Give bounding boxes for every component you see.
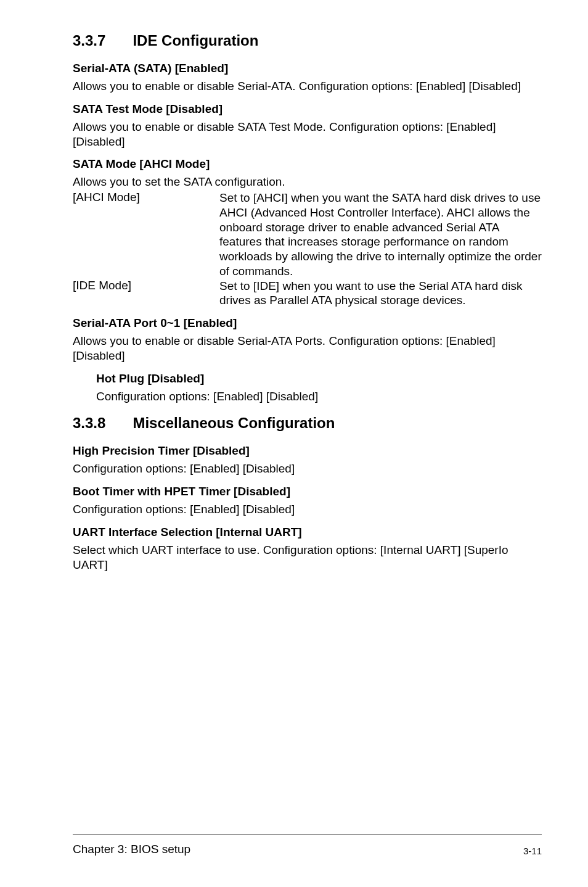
mode-term-ide: [IDE Mode] — [73, 279, 219, 292]
heading-port01: Serial-ATA Port 0~1 [Enabled] — [73, 316, 542, 330]
heading-hotplug: Hot Plug [Disabled] — [96, 372, 542, 386]
text-hotplug: Configuration options: [Enabled] [Disabl… — [96, 389, 542, 404]
mode-desc-ahci: Set to [AHCI] when you want the SATA har… — [219, 191, 542, 279]
footer-rule — [73, 835, 542, 835]
heading-uart: UART Interface Selection [Internal UART] — [73, 526, 542, 539]
section-num: 3.3.7 — [73, 32, 105, 49]
heading-hpt: High Precision Timer [Disabled] — [73, 444, 542, 458]
heading-sata-test: SATA Test Mode [Disabled] — [73, 102, 542, 116]
text-sata-mode-intro: Allows you to set the SATA configuration… — [73, 175, 542, 189]
text-sata-test: Allows you to enable or disable SATA Tes… — [73, 120, 542, 149]
section-num: 3.3.8 — [73, 415, 105, 432]
footer-right: 3-11 — [523, 846, 542, 856]
mode-term-ahci: [AHCI Mode] — [73, 191, 219, 204]
text-port01: Allows you to enable or disable Serial-A… — [73, 334, 542, 363]
table-row: [IDE Mode] Set to [IDE] when you want to… — [73, 279, 542, 308]
text-uart: Select which UART interface to use. Conf… — [73, 543, 542, 572]
section-heading-337: 3.3.7IDE Configuration — [73, 32, 542, 49]
heading-sata-mode: SATA Mode [AHCI Mode] — [73, 157, 542, 171]
mode-desc-ide: Set to [IDE] when you want to use the Se… — [219, 279, 542, 308]
table-row: [AHCI Mode] Set to [AHCI] when you want … — [73, 191, 542, 279]
text-boot-hpet: Configuration options: [Enabled] [Disabl… — [73, 502, 542, 517]
section-title: Miscellaneous Configuration — [133, 415, 335, 431]
heading-serial-ata: Serial-ATA (SATA) [Enabled] — [73, 62, 542, 75]
footer-left: Chapter 3: BIOS setup — [73, 843, 190, 856]
heading-boot-hpet: Boot Timer with HPET Timer [Disabled] — [73, 485, 542, 498]
text-hpt: Configuration options: [Enabled] [Disabl… — [73, 461, 542, 476]
sata-mode-table: [AHCI Mode] Set to [AHCI] when you want … — [73, 191, 542, 308]
section-heading-338: 3.3.8Miscellaneous Configuration — [73, 415, 542, 432]
text-serial-ata: Allows you to enable or disable Serial-A… — [73, 79, 542, 94]
section-title: IDE Configuration — [133, 32, 258, 49]
footer: Chapter 3: BIOS setup 3-11 — [73, 835, 542, 856]
